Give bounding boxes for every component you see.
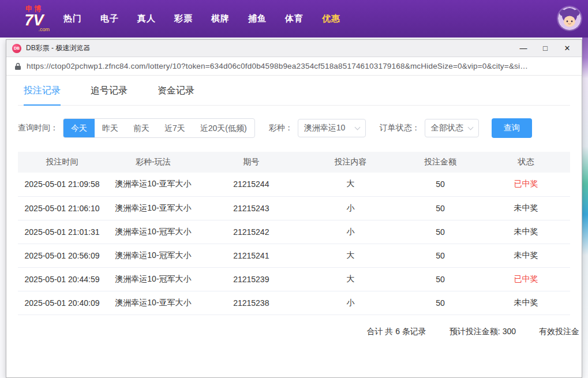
column-header: 投注内容 <box>302 152 399 173</box>
summary-total: 合计 共 6 条记录 <box>366 327 426 337</box>
cell-status: 未中奖 <box>482 244 570 267</box>
cell-game: 澳洲幸运10-冠军大小 <box>106 244 200 267</box>
cell-time: 2025-05-01 20:56:09 <box>18 244 106 267</box>
summary-expected-amount: 预计投注金额: 300 <box>450 327 516 337</box>
browser-window: DB DB彩票 - 极速浏览器 — □ ✕ https://ctop02pchw… <box>6 39 582 378</box>
cell-issue: 21215242 <box>200 220 302 244</box>
minimize-icon[interactable]: — <box>519 44 527 53</box>
cell-time: 2025-05-01 21:09:58 <box>18 173 106 196</box>
tab[interactable]: 追号记录 <box>91 85 128 106</box>
table-row: 2025-05-01 21:06:10澳洲幸运10-亚军大小21215243小5… <box>18 196 570 220</box>
lock-icon <box>14 62 21 70</box>
order-status-label: 订单状态： <box>380 123 420 133</box>
close-icon[interactable]: ✕ <box>563 44 571 53</box>
cell-content: 小 <box>302 291 399 315</box>
time-filter-option[interactable]: 今天 <box>63 119 95 137</box>
window-controls: — □ ✕ <box>519 44 576 53</box>
nav-item[interactable]: 热门 <box>63 13 82 24</box>
table-row: 2025-05-01 20:56:09澳洲幸运10-冠军大小21215241大5… <box>18 244 570 267</box>
nav-item[interactable]: 体育 <box>285 13 304 24</box>
column-header: 投注时间 <box>18 152 106 173</box>
cell-status: 未中奖 <box>482 196 570 220</box>
lottery-filter-label: 彩种： <box>269 123 293 133</box>
nav-item[interactable]: 棋牌 <box>211 13 230 24</box>
tab[interactable]: 投注记录 <box>24 85 61 106</box>
nav-item[interactable]: 优惠 <box>322 13 340 24</box>
cell-time: 2025-05-01 21:06:10 <box>18 196 106 220</box>
nav-item[interactable]: 彩票 <box>174 13 193 24</box>
cell-amount: 50 <box>399 173 482 196</box>
time-filter-option[interactable]: 近7天 <box>157 119 193 137</box>
logo-main-text: 7V <box>24 13 43 28</box>
cell-game: 澳洲幸运10-亚军大小 <box>106 196 200 220</box>
browser-urlbar[interactable]: https://ctop02pchwp1.zfnc84.com/lottery/… <box>6 57 582 76</box>
cell-status: 未中奖 <box>482 220 570 244</box>
cell-issue: 21215244 <box>200 173 302 196</box>
column-header: 状态 <box>482 152 570 173</box>
cell-amount: 50 <box>399 220 482 244</box>
nav-item[interactable]: 真人 <box>137 13 156 24</box>
cell-issue: 21215239 <box>200 267 302 291</box>
cell-issue: 21215241 <box>200 244 302 267</box>
page-background-strip <box>582 38 588 378</box>
cell-time: 2025-05-01 21:01:31 <box>18 220 106 244</box>
records-table: 投注时间彩种-玩法期号投注内容投注金额状态 2025-05-01 21:09:5… <box>18 152 570 315</box>
browser-favicon-icon: DB <box>12 44 21 53</box>
query-button[interactable]: 查询 <box>492 118 532 138</box>
summary-bar: 合计 共 6 条记录 预计投注金额: 300 有效投注金 <box>18 327 579 337</box>
cell-amount: 50 <box>399 291 482 315</box>
cell-content: 小 <box>302 196 399 220</box>
lottery-select[interactable]: 澳洲幸运10 <box>298 119 366 137</box>
url-text: https://ctop02pchwp1.zfnc84.com/lottery/… <box>27 62 528 70</box>
cell-time: 2025-05-01 20:40:09 <box>18 291 106 315</box>
avatar[interactable] <box>558 7 581 30</box>
cell-time: 2025-05-01 20:44:59 <box>18 267 106 291</box>
table-row: 2025-05-01 20:40:09澳洲幸运10-亚军大小21215238小5… <box>18 291 570 315</box>
time-filter-option[interactable]: 昨天 <box>95 119 126 137</box>
chevron-down-icon <box>354 125 360 130</box>
browser-window-title: DB彩票 - 极速浏览器 <box>26 43 90 53</box>
column-header: 彩种-玩法 <box>106 152 200 173</box>
cell-content: 大 <box>302 267 399 291</box>
browser-titlebar[interactable]: DB DB彩票 - 极速浏览器 — □ ✕ <box>6 40 582 57</box>
chevron-down-icon <box>467 125 473 130</box>
tab[interactable]: 资金记录 <box>158 85 194 106</box>
column-header: 期号 <box>200 152 302 173</box>
time-filter-option[interactable]: 近20天(低频) <box>193 119 254 137</box>
nav-item[interactable]: 捕鱼 <box>248 13 267 24</box>
cell-status: 已中奖 <box>482 173 570 196</box>
cell-game: 澳洲幸运10-亚军大小 <box>106 291 200 315</box>
logo-sub-text: .com <box>38 27 50 32</box>
cell-game: 澳洲幸运10-亚军大小 <box>106 173 200 196</box>
cell-status: 已中奖 <box>482 267 570 291</box>
site-logo[interactable]: 申博 7V .com <box>16 5 52 32</box>
time-filter-option[interactable]: 前天 <box>126 119 157 137</box>
tab-bar: 投注记录追号记录资金记录 <box>18 76 570 106</box>
cell-content: 大 <box>302 173 399 196</box>
cell-status: 未中奖 <box>482 291 570 315</box>
cell-amount: 50 <box>399 196 482 220</box>
page-content: 投注记录追号记录资金记录 查询时间： 今天昨天前天近7天近20天(低频) 彩种：… <box>6 76 582 377</box>
table-row: 2025-05-01 20:44:59澳洲幸运10-冠军大小21215239大5… <box>18 267 570 291</box>
cell-content: 小 <box>302 220 399 244</box>
order-status-select[interactable]: 全部状态 <box>425 119 479 137</box>
cell-game: 澳洲幸运10-冠军大小 <box>106 267 200 291</box>
nav-item[interactable]: 电子 <box>100 13 119 24</box>
cell-issue: 21215238 <box>200 291 302 315</box>
lottery-select-value: 澳洲幸运10 <box>304 123 346 133</box>
table-row: 2025-05-01 21:09:58澳洲幸运10-亚军大小21215244大5… <box>18 173 570 196</box>
site-nav: 申博 7V .com 热门电子真人彩票棋牌捕鱼体育优惠 <box>0 0 588 38</box>
table-row: 2025-05-01 21:01:31澳洲幸运10-冠军大小21215242小5… <box>18 220 570 244</box>
order-status-select-value: 全部状态 <box>431 123 463 133</box>
filter-bar: 查询时间： 今天昨天前天近7天近20天(低频) 彩种： 澳洲幸运10 订单状态：… <box>18 118 570 138</box>
cell-game: 澳洲幸运10-冠军大小 <box>106 220 200 244</box>
cell-issue: 21215243 <box>200 196 302 220</box>
table-header-row: 投注时间彩种-玩法期号投注内容投注金额状态 <box>18 152 570 173</box>
site-nav-items: 热门电子真人彩票棋牌捕鱼体育优惠 <box>63 13 340 24</box>
avatar-image <box>558 7 581 30</box>
cell-amount: 50 <box>399 267 482 291</box>
maximize-icon[interactable]: □ <box>541 44 549 53</box>
column-header: 投注金额 <box>399 152 482 173</box>
cell-content: 大 <box>302 244 399 267</box>
time-filter-group: 今天昨天前天近7天近20天(低频) <box>63 118 255 138</box>
